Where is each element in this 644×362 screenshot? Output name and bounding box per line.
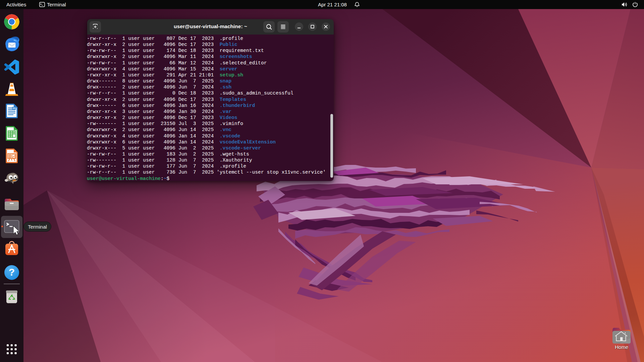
svg-text:?: ?: [9, 266, 15, 278]
